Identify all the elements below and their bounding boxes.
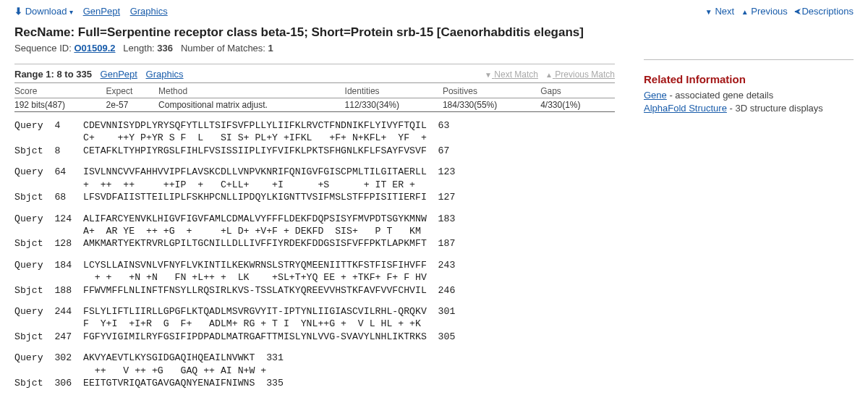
next-match-disabled: ▼ Next Match (485, 69, 538, 80)
range-title: Range 1: 8 to 335 (14, 69, 92, 80)
prev-match-disabled: ▲ Previous Match (545, 69, 615, 80)
chevron-down-icon: ▾ (69, 9, 73, 16)
length-value: 336 (157, 43, 173, 54)
alignment-block: Query 184 LCYSLLAINSVNLVFNYFLVKINTILKEKW… (14, 259, 615, 297)
sequence-info: Sequence ID: O01509.2 Length: 336 Number… (14, 43, 854, 59)
col-identities: Identities (345, 85, 443, 98)
alignment-block: Query 244 FSLYLIFTLIIRLLGPGFLKTQADLMSVRG… (14, 305, 615, 343)
toolbar: ⬇ Download ▾ GenPept Graphics ▼ Next ▲ P… (14, 6, 854, 21)
val-identities: 112/330(34%) (345, 98, 443, 112)
gene-desc: - associated gene details (667, 90, 773, 101)
seq-id-label: Sequence ID: (14, 43, 72, 54)
alignment-body: Query 4 CDEVNNISYDPLYRYSQFYTLLTSIFSVFPLL… (14, 119, 615, 390)
triangle-up-icon: ▲ (741, 9, 749, 16)
val-positives: 184/330(55%) (443, 98, 540, 112)
col-method: Method (158, 85, 345, 98)
triangle-down-icon: ▼ (705, 9, 712, 16)
page-title: RecName: Full=Serpentine receptor class … (14, 25, 854, 40)
seq-id-link[interactable]: O01509.2 (74, 43, 115, 54)
triangle-up-icon: ▲ (545, 72, 553, 79)
val-score: 192 bits(487) (14, 98, 106, 112)
sidebar-item-alphafold: AlphaFold Structure - 3D structure displ… (644, 103, 854, 114)
alphafold-desc: - 3D structure displays (727, 103, 823, 114)
col-expect: Expect (106, 85, 158, 98)
next-link[interactable]: ▼ Next (705, 6, 734, 17)
genpept-link[interactable]: GenPept (83, 6, 120, 17)
alignment-block: Query 124 ALIFARCYENVKLHIGVFIGVFAMLCDMAL… (14, 213, 615, 250)
range-header: Range 1: 8 to 335 GenPept Graphics ▼ Nex… (14, 64, 615, 83)
val-expect: 2e-57 (106, 98, 158, 112)
val-gaps: 4/330(1%) (540, 98, 615, 112)
descriptions-link[interactable]: ⮜Descriptions (794, 6, 854, 17)
triangle-down-icon: ▼ (485, 72, 492, 79)
rewind-icon: ⮜ (794, 9, 801, 16)
graphics-link[interactable]: Graphics (130, 6, 168, 17)
toolbar-left: ⬇ Download ▾ GenPept Graphics (14, 6, 175, 17)
match-nav: ▼ Next Match ▲ Previous Match (485, 69, 615, 80)
toolbar-right: ▼ Next ▲ Previous ⮜Descriptions (701, 6, 854, 17)
download-icon: ⬇ (14, 6, 22, 17)
alignment-block: Query 64 ISVLNNCVVFAHHVVIPFLAVSKCDLLVNPV… (14, 166, 615, 203)
gene-link[interactable]: Gene (644, 90, 667, 101)
download-label: Download (25, 6, 67, 17)
matches-value: 1 (268, 43, 273, 54)
range-graphics-link[interactable]: Graphics (146, 69, 184, 80)
range-genpept-link[interactable]: GenPept (101, 69, 137, 80)
download-button[interactable]: ⬇ Download ▾ (14, 6, 73, 17)
sidebar: Related Information Gene - associated ge… (644, 59, 854, 399)
col-score: Score (14, 85, 106, 98)
col-positives: Positives (443, 85, 540, 98)
alignment-block: Query 4 CDEVNNISYDPLYRYSQFYTLLTSIFSVFPLL… (14, 119, 615, 157)
val-method: Compositional matrix adjust. (158, 98, 345, 112)
col-gaps: Gaps (540, 85, 615, 98)
alignment-block: Query 302 AKVYAEVTLKYSGIDGAQIHQEAILNVWKT… (14, 352, 615, 389)
stats-table: Score Expect Method Identities Positives… (14, 85, 615, 112)
previous-link[interactable]: ▲ Previous (741, 6, 788, 17)
alignment-panel: Range 1: 8 to 335 GenPept Graphics ▼ Nex… (14, 59, 615, 399)
alphafold-link[interactable]: AlphaFold Structure (644, 103, 727, 114)
sidebar-heading: Related Information (644, 73, 854, 85)
sidebar-item-gene: Gene - associated gene details (644, 90, 854, 101)
matches-label: Number of Matches: (181, 43, 265, 54)
length-label: Length: (123, 43, 154, 54)
